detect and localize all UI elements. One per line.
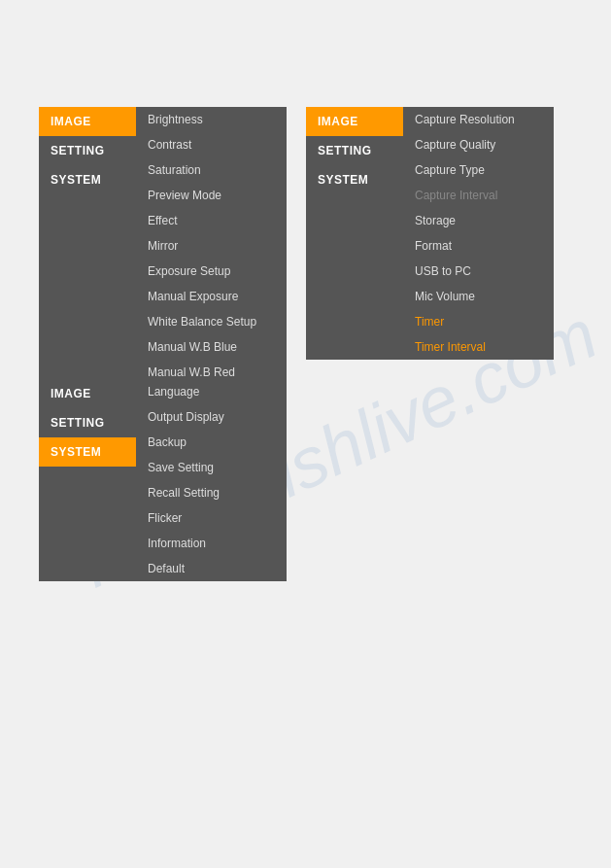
list-item[interactable]: Effect: [136, 208, 287, 233]
panel2-sidebar-setting[interactable]: SETTING: [306, 136, 403, 165]
list-item-timer-interval[interactable]: Timer Interval: [403, 334, 554, 360]
panel2-sidebar-system[interactable]: SYSTEM: [306, 165, 403, 194]
panel3-sidebar-system[interactable]: SYSTEM: [39, 437, 136, 467]
list-item[interactable]: Saturation: [136, 157, 287, 183]
panel1-sidebar: IMAGE SETTING SYSTEM: [39, 107, 136, 410]
list-item[interactable]: Storage: [403, 208, 554, 233]
panel1: IMAGE SETTING SYSTEM Brightness Contrast…: [39, 107, 287, 410]
panel3-sidebar-image[interactable]: IMAGE: [39, 379, 136, 408]
list-item[interactable]: Capture Quality: [403, 132, 554, 157]
panel3-menu: Language Output Display Backup Save Sett…: [136, 379, 287, 581]
list-item[interactable]: Information: [136, 531, 287, 556]
panel1-menu: Brightness Contrast Saturation Preview M…: [136, 107, 287, 410]
panel2-menu: Capture Resolution Capture Quality Captu…: [403, 107, 554, 360]
panel1-sidebar-system[interactable]: SYSTEM: [39, 165, 136, 194]
panel2-sidebar-image[interactable]: IMAGE: [306, 107, 403, 136]
list-item[interactable]: Save Setting: [136, 455, 287, 480]
list-item[interactable]: White Balance Setup: [136, 309, 287, 334]
list-item[interactable]: Preview Mode: [136, 183, 287, 208]
list-item[interactable]: Exposure Setup: [136, 259, 287, 284]
list-item[interactable]: Format: [403, 233, 554, 259]
list-item-disabled: Capture Interval: [403, 183, 554, 208]
list-item[interactable]: Recall Setting: [136, 480, 287, 505]
panel3-sidebar-setting[interactable]: SETTING: [39, 408, 136, 437]
list-item[interactable]: Default: [136, 556, 287, 581]
list-item[interactable]: Brightness: [136, 107, 287, 132]
panel2-sidebar: IMAGE SETTING SYSTEM: [306, 107, 403, 360]
list-item[interactable]: USB to PC: [403, 259, 554, 284]
panel1-sidebar-image[interactable]: IMAGE: [39, 107, 136, 136]
panel2: IMAGE SETTING SYSTEM Capture Resolution …: [306, 107, 554, 360]
list-item[interactable]: Capture Type: [403, 157, 554, 183]
list-item-timer[interactable]: Timer: [403, 309, 554, 334]
list-item[interactable]: Backup: [136, 430, 287, 455]
list-item[interactable]: Manual Exposure: [136, 284, 287, 309]
list-item[interactable]: Mic Volume: [403, 284, 554, 309]
list-item[interactable]: Capture Resolution: [403, 107, 554, 132]
list-item[interactable]: Contrast: [136, 132, 287, 157]
panel1-sidebar-setting[interactable]: SETTING: [39, 136, 136, 165]
panel3-sidebar: IMAGE SETTING SYSTEM: [39, 379, 136, 581]
list-item[interactable]: Flicker: [136, 505, 287, 531]
list-item[interactable]: Mirror: [136, 233, 287, 259]
list-item[interactable]: Language: [136, 379, 287, 404]
list-item[interactable]: Output Display: [136, 404, 287, 430]
panel3: IMAGE SETTING SYSTEM Language Output Dis…: [39, 379, 287, 581]
list-item[interactable]: Manual W.B Blue: [136, 334, 287, 360]
